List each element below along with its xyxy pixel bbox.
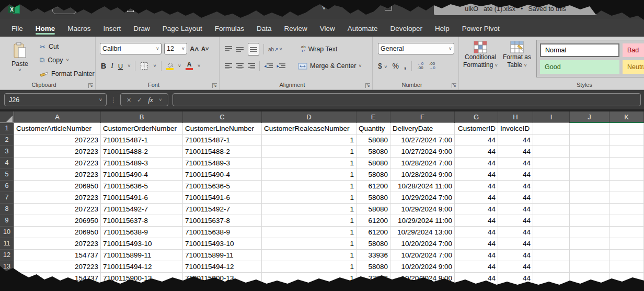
cancel-icon[interactable]: × xyxy=(126,96,131,104)
titlebar-search[interactable]: ulkO ate (1).xlsx • Saved to this xyxy=(434,3,597,15)
cell-C11[interactable]: 7100115493-10 xyxy=(183,238,262,250)
chevron-down-icon[interactable]: ˅ xyxy=(178,63,181,69)
cell-A4[interactable]: 207223 xyxy=(14,158,101,169)
cell-J1[interactable] xyxy=(570,123,610,135)
italic-button[interactable]: I xyxy=(111,62,113,70)
cell-H3[interactable]: 44 xyxy=(498,146,533,158)
paste-button[interactable]: Paste ˅ xyxy=(7,42,32,82)
row-header-1[interactable]: 1 xyxy=(0,123,14,135)
column-header-K[interactable]: K xyxy=(610,111,644,123)
cell-C13[interactable]: 7100115494-12 xyxy=(183,261,262,273)
cell-D3[interactable]: 1 xyxy=(262,146,356,158)
cell-G5[interactable]: 44 xyxy=(455,169,498,181)
cell-D8[interactable]: 1 xyxy=(262,204,356,215)
insert-function-icon[interactable]: fx xyxy=(148,96,153,104)
cell-J3[interactable] xyxy=(570,146,610,158)
column-header-G[interactable]: G xyxy=(455,111,498,123)
tab-power-pivot[interactable]: Power Pivot xyxy=(456,21,506,37)
orientation-button[interactable]: ab↗ ˅ xyxy=(268,47,282,52)
align-left-icon[interactable] xyxy=(225,63,232,69)
cell-F12[interactable]: 10/20/2024 7:00 xyxy=(390,250,455,261)
cell-I7[interactable] xyxy=(533,192,570,204)
share-icon[interactable] xyxy=(385,3,392,10)
cell-I4[interactable] xyxy=(533,158,570,169)
cell-D10[interactable]: 1 xyxy=(262,227,356,238)
cell-B3[interactable]: 7100115488-2 xyxy=(101,146,183,158)
cell-E7[interactable]: 58080 xyxy=(356,192,390,204)
row-header-12[interactable]: 12 xyxy=(0,250,14,261)
cell-I6[interactable] xyxy=(533,181,570,192)
cell-H9[interactable]: 44 xyxy=(498,215,533,227)
number-dialog-launcher[interactable]: ↘ xyxy=(452,83,456,88)
formula-input[interactable] xyxy=(172,93,641,106)
cell-F9[interactable]: 10/29/2024 11:00 xyxy=(390,215,455,227)
save-icon[interactable] xyxy=(127,5,134,12)
cell-D11[interactable]: 1 xyxy=(262,238,356,250)
cell-I5[interactable] xyxy=(533,169,570,181)
cell-F4[interactable]: 10/28/2024 7:00 xyxy=(390,158,455,169)
cell-D6[interactable]: 1 xyxy=(262,181,356,192)
cell-D9[interactable]: 1 xyxy=(262,215,356,227)
tab-insert[interactable]: Insert xyxy=(97,21,128,37)
cell-J9[interactable] xyxy=(570,215,610,227)
cell-E12[interactable]: 33936 xyxy=(356,250,390,261)
decrease-font-size-icon[interactable]: A˅ xyxy=(201,46,209,52)
bottom-align-button-selected[interactable] xyxy=(248,43,259,55)
tab-view[interactable]: View xyxy=(314,21,341,37)
cell-K11[interactable] xyxy=(610,238,644,250)
cell-K6[interactable] xyxy=(610,181,644,192)
tab-review[interactable]: Review xyxy=(278,21,313,37)
copy-button[interactable]: ⧉ Copy ˅ xyxy=(40,54,69,66)
cell-G3[interactable]: 44 xyxy=(455,146,498,158)
increase-indent-button[interactable]: ▸ xyxy=(277,63,286,69)
align-right-icon[interactable] xyxy=(248,63,255,69)
comma-style-icon[interactable]: , xyxy=(404,62,406,70)
cell-D5[interactable]: 1 xyxy=(262,169,356,181)
cell-C14[interactable]: 7100115900-13 xyxy=(183,273,262,284)
cell-G13[interactable]: 44 xyxy=(455,261,498,273)
cell-I2[interactable] xyxy=(533,135,570,146)
font-color-button[interactable]: A xyxy=(186,62,193,70)
cell-I11[interactable] xyxy=(533,238,570,250)
font-size-combo[interactable]: 12 ˅ xyxy=(164,43,187,54)
column-header-A[interactable]: A xyxy=(14,111,101,123)
row-header-6[interactable]: 6 xyxy=(0,181,14,192)
cell-B4[interactable]: 7100115489-3 xyxy=(101,158,183,169)
cell-K1[interactable] xyxy=(610,123,644,135)
cell-J11[interactable] xyxy=(570,238,610,250)
cell-B9[interactable]: 7100115637-8 xyxy=(101,215,183,227)
row-header-9[interactable]: 9 xyxy=(0,215,14,227)
column-header-B[interactable]: B xyxy=(101,111,183,123)
cell-E6[interactable]: 61200 xyxy=(356,181,390,192)
top-align-icon[interactable] xyxy=(225,46,232,52)
cell-J7[interactable] xyxy=(570,192,610,204)
cell-I14[interactable] xyxy=(533,273,570,284)
merge-center-button[interactable]: Merge & Center ˅ xyxy=(298,62,362,70)
select-all-corner[interactable] xyxy=(0,111,14,123)
cell-G14[interactable]: 44 xyxy=(455,273,498,284)
cell-I8[interactable] xyxy=(533,204,570,215)
cell-G10[interactable]: 44 xyxy=(455,227,498,238)
cell-K8[interactable] xyxy=(610,204,644,215)
cell-I1[interactable] xyxy=(533,123,570,135)
cell-F6[interactable]: 10/28/2024 11:00 xyxy=(390,181,455,192)
cell-C3[interactable]: 7100115488-2 xyxy=(183,146,262,158)
cell-A7[interactable]: 207223 xyxy=(14,192,101,204)
cell-I3[interactable] xyxy=(533,146,570,158)
conditional-formatting-button[interactable]: Conditional Formatting ˅ xyxy=(463,41,498,70)
cell-K5[interactable] xyxy=(610,169,644,181)
cell-E8[interactable]: 58080 xyxy=(356,204,390,215)
cell-H5[interactable]: 44 xyxy=(498,169,533,181)
decrease-indent-button[interactable]: ◂ xyxy=(264,63,273,69)
cell-C8[interactable]: 7100115492-7 xyxy=(183,204,262,215)
cell-H11[interactable]: 44 xyxy=(498,238,533,250)
cell-E14[interactable]: 33936 xyxy=(356,273,390,284)
cell-E11[interactable]: 58080 xyxy=(356,238,390,250)
number-format-combo[interactable]: General ˅ xyxy=(378,43,454,54)
cell-E5[interactable]: 58080 xyxy=(356,169,390,181)
cell-H8[interactable]: 44 xyxy=(498,204,533,215)
cell-J5[interactable] xyxy=(570,169,610,181)
cell-H1[interactable]: InvoiceID xyxy=(498,123,533,135)
cell-A3[interactable]: 207223 xyxy=(14,146,101,158)
row-header-5[interactable]: 5 xyxy=(0,169,14,181)
